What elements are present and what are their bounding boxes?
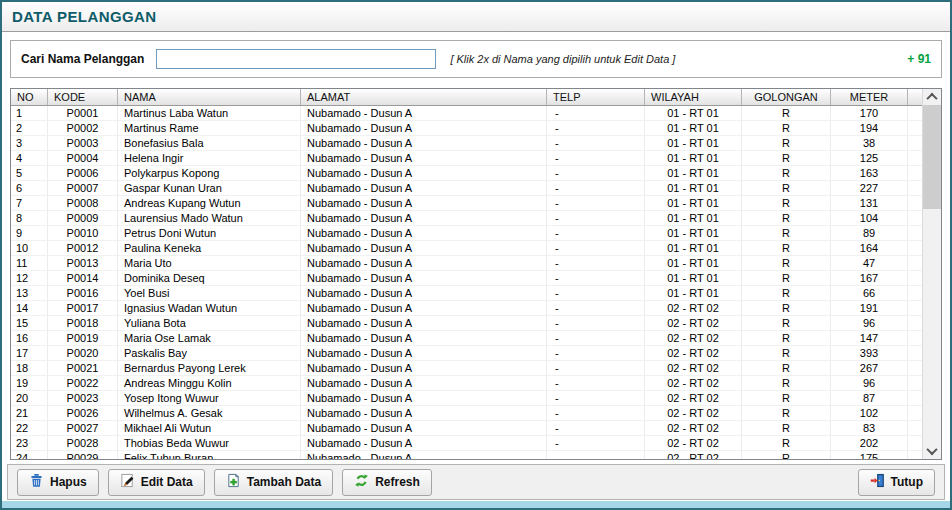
table-cell: 01 - RT 01 [645,271,742,285]
table-row[interactable]: 24P0029Felix Tubun BuranNubamado - Dusun… [11,451,922,459]
header-cell-telp[interactable]: TELP [547,89,645,105]
table-cell: - [547,106,645,120]
refresh-button[interactable]: Refresh [342,469,432,496]
table-cell: Nubamado - Dusun A [301,166,547,180]
table-cell: Nubamado - Dusun A [301,301,547,315]
table-row[interactable]: 20P0023Yosep Itong WuwurNubamado - Dusun… [11,391,922,406]
table-row[interactable]: 7P0008Andreas Kupang WutunNubamado - Dus… [11,196,922,211]
table-cell: Nubamado - Dusun A [301,256,547,270]
header-cell-wilayah[interactable]: WILAYAH [645,89,742,105]
table-row[interactable]: 14P0017Ignasius Wadan WutunNubamado - Du… [11,301,922,316]
add-document-icon [226,473,241,491]
table-row[interactable]: 5P0006Polykarpus KopongNubamado - Dusun … [11,166,922,181]
table-cell: 16 [11,331,48,345]
table-cell: R [742,136,831,150]
table-row[interactable]: 23P0028Thobias Beda WuwurNubamado - Dusu… [11,436,922,451]
table-cell: Nubamado - Dusun A [301,406,547,420]
header-cell-meter[interactable]: METER [831,89,908,105]
table-cell: 96 [831,376,908,390]
table-cell: 02 - RT 02 [645,316,742,330]
table-cell [908,226,922,240]
table-cell: 227 [831,181,908,195]
table-cell [908,346,922,360]
table-cell: R [742,361,831,375]
table-cell: - [547,256,645,270]
table-row[interactable]: 12P0014Dominika DeseqNubamado - Dusun A-… [11,271,922,286]
chevron-down-icon [926,444,937,455]
header-cell-no[interactable]: NO [11,89,48,105]
scroll-up-button[interactable] [923,89,941,105]
table-cell: 6 [11,181,48,195]
table-cell: P0021 [48,361,118,375]
table-cell: 2 [11,121,48,135]
table-cell: P0023 [48,391,118,405]
table-row[interactable]: 18P0021Bernardus Payong LerekNubamado - … [11,361,922,376]
grid-header: NO KODE NAMA ALAMAT TELP WILAYAH GOLONGA… [11,89,922,106]
table-row[interactable]: 19P0022Andreas Minggu KolinNubamado - Du… [11,376,922,391]
scroll-down-button[interactable] [923,443,941,459]
scroll-thumb[interactable] [923,105,941,209]
edit-data-button[interactable]: Edit Data [108,469,205,496]
scroll-track[interactable] [923,105,941,443]
trash-icon [29,473,44,491]
hapus-button[interactable]: Hapus [17,469,99,496]
table-cell: 12 [11,271,48,285]
table-cell: - [547,151,645,165]
table-cell: - [547,301,645,315]
header-cell-kode[interactable]: KODE [48,89,118,105]
table-row[interactable]: 1P0001Martinus Laba WatunNubamado - Dusu… [11,106,922,121]
table-cell: - [547,316,645,330]
exit-door-icon [870,473,885,491]
table-cell: Wilhelmus A. Gesak [118,406,301,420]
data-grid: NO KODE NAMA ALAMAT TELP WILAYAH GOLONGA… [10,88,942,460]
table-cell: Maria Ose Lamak [118,331,301,345]
table-cell: 01 - RT 01 [645,196,742,210]
table-cell: 02 - RT 02 [645,406,742,420]
table-row[interactable]: 2P0002Martinus RameNubamado - Dusun A-01… [11,121,922,136]
table-cell: 02 - RT 02 [645,421,742,435]
table-cell [908,301,922,315]
table-row[interactable]: 13P0016Yoel BusiNubamado - Dusun A-01 - … [11,286,922,301]
table-cell: P0020 [48,346,118,360]
header-cell-alamat[interactable]: ALAMAT [301,89,547,105]
table-cell: 01 - RT 01 [645,241,742,255]
table-row[interactable]: 15P0018Yuliana BotaNubamado - Dusun A-02… [11,316,922,331]
table-row[interactable]: 22P0027Mikhael Ali WutunNubamado - Dusun… [11,421,922,436]
vertical-scrollbar[interactable] [922,89,941,459]
table-cell: R [742,211,831,225]
table-cell: - [547,121,645,135]
table-cell: Nubamado - Dusun A [301,121,547,135]
table-cell: - [547,286,645,300]
tutup-button[interactable]: Tutup [858,469,935,496]
table-cell: 202 [831,436,908,450]
header-cell-nama[interactable]: NAMA [118,89,301,105]
table-cell: R [742,316,831,330]
table-cell: 147 [831,331,908,345]
bottom-toolbar: Hapus Edit Data Tambah Data [7,464,945,500]
table-cell: Nubamado - Dusun A [301,436,547,450]
table-row[interactable]: 21P0026Wilhelmus A. GesakNubamado - Dusu… [11,406,922,421]
table-cell [908,241,922,255]
table-row[interactable]: 3P0003Bonefasius BalaNubamado - Dusun A-… [11,136,922,151]
table-cell: 01 - RT 01 [645,106,742,120]
table-cell: 02 - RT 02 [645,376,742,390]
header-cell-golongan[interactable]: GOLONGAN [742,89,831,105]
table-cell [908,256,922,270]
table-cell: Mikhael Ali Wutun [118,421,301,435]
table-row[interactable]: 16P0019Maria Ose LamakNubamado - Dusun A… [11,331,922,346]
table-cell: 02 - RT 02 [645,331,742,345]
table-row[interactable]: 10P0012Paulina KenekaNubamado - Dusun A-… [11,241,922,256]
table-cell: Yuliana Bota [118,316,301,330]
table-row[interactable]: 11P0013Maria UtoNubamado - Dusun A-01 - … [11,256,922,271]
table-row[interactable]: 17P0020Paskalis BayNubamado - Dusun A-02… [11,346,922,361]
table-row[interactable]: 4P0004Helena IngirNubamado - Dusun A-01 … [11,151,922,166]
table-cell: Ignasius Wadan Wutun [118,301,301,315]
table-row[interactable]: 9P0010Petrus Doni WutunNubamado - Dusun … [11,226,922,241]
table-row[interactable]: 8P0009Laurensius Mado WatunNubamado - Du… [11,211,922,226]
table-cell: Nubamado - Dusun A [301,346,547,360]
table-row[interactable]: 6P0007Gaspar Kunan UranNubamado - Dusun … [11,181,922,196]
table-cell: 96 [831,316,908,330]
search-input[interactable] [156,49,436,69]
table-cell [908,376,922,390]
tambah-data-button[interactable]: Tambah Data [214,469,333,496]
